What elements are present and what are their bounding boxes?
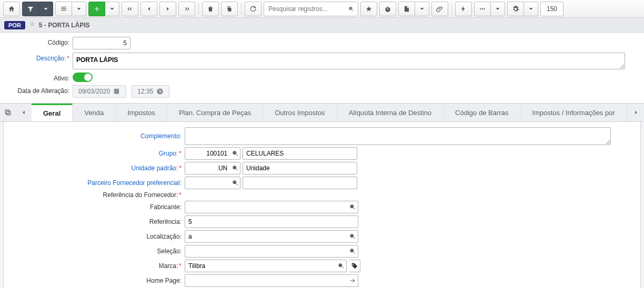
- referencia-label: Referência:: [9, 218, 185, 225]
- tab-venda[interactable]: Venda: [73, 104, 116, 121]
- list-button[interactable]: [55, 2, 72, 16]
- tab-codigo-barras[interactable]: Código de Barras: [444, 104, 520, 121]
- record-title: 5 - PORTA LÁPIS: [39, 22, 90, 29]
- grupo-desc-input[interactable]: [243, 148, 357, 159]
- filter-button[interactable]: [22, 2, 39, 16]
- tabs-scroll-left[interactable]: [16, 104, 32, 121]
- referencia-input[interactable]: [185, 216, 358, 228]
- homepage-input[interactable]: [185, 275, 347, 286]
- selecao-lookup[interactable]: [347, 248, 358, 255]
- marca-label: Marca:*: [9, 262, 185, 270]
- svg-point-2: [484, 8, 485, 9]
- search-icon: [232, 150, 239, 157]
- localizacao-input[interactable]: [185, 231, 347, 242]
- refresh-button[interactable]: [245, 2, 261, 16]
- home-button[interactable]: [3, 2, 20, 16]
- search-box[interactable]: [264, 2, 358, 16]
- tabs-clone[interactable]: [0, 104, 16, 121]
- timer-button[interactable]: [379, 2, 396, 16]
- tab-plan-compra[interactable]: Plan. Compra de Peças: [167, 104, 263, 121]
- clone-icon: [4, 109, 12, 116]
- parceiro-desc-input[interactable]: [243, 177, 357, 189]
- next-button[interactable]: [159, 2, 176, 16]
- bolt-button[interactable]: [455, 2, 472, 16]
- descricao-input[interactable]: [73, 53, 625, 69]
- parceiro-code-input[interactable]: [185, 177, 230, 189]
- complemento-input[interactable]: [185, 127, 611, 145]
- selecao-input[interactable]: [185, 245, 347, 257]
- unidade-desc-input[interactable]: [243, 162, 357, 174]
- list-dropdown[interactable]: [72, 2, 86, 16]
- settings-dropdown[interactable]: [524, 2, 538, 16]
- last-button[interactable]: [178, 2, 195, 16]
- fabricante-input[interactable]: [185, 201, 347, 213]
- tabs-bar: Geral Venda Impostos Plan. Compra de Peç…: [0, 103, 644, 122]
- homepage-label: Home Page:: [9, 277, 185, 284]
- tab-aliquota[interactable]: Alíquota Interna de Destino: [337, 104, 444, 121]
- parceiro-lookup[interactable]: [230, 179, 240, 187]
- codigo-input[interactable]: [73, 37, 130, 49]
- data-alteracao-time: 12:35: [132, 85, 169, 98]
- unidade-label[interactable]: Unidade padrão:*: [9, 164, 185, 172]
- attach-button[interactable]: [431, 2, 448, 16]
- first-button[interactable]: [122, 2, 138, 16]
- tab-impostos[interactable]: Impostos: [116, 104, 167, 121]
- add-dropdown[interactable]: [105, 2, 119, 16]
- angle-left-icon: [145, 5, 153, 13]
- grupo-code-input[interactable]: [185, 148, 230, 159]
- settings-button[interactable]: [507, 2, 524, 16]
- chevron-left-icon: [20, 109, 27, 116]
- svg-point-0: [480, 8, 481, 9]
- refresh-icon: [249, 5, 257, 13]
- list-icon: [60, 5, 67, 13]
- favorite-toggle[interactable]: [28, 20, 36, 29]
- marca-lookup[interactable]: [336, 262, 346, 270]
- homepage-go[interactable]: [347, 277, 358, 284]
- clock-icon: [156, 88, 164, 95]
- ellipsis-icon: [479, 5, 486, 13]
- fabricante-lookup[interactable]: [347, 203, 358, 211]
- search-input[interactable]: [267, 5, 348, 13]
- stopwatch-icon: [384, 5, 391, 13]
- marca-input[interactable]: [185, 260, 336, 272]
- search-icon: [349, 248, 356, 255]
- tab-geral[interactable]: Geral: [32, 104, 73, 121]
- marca-tag[interactable]: [349, 260, 360, 272]
- grupo-lookup[interactable]: [230, 150, 240, 157]
- add-button[interactable]: [88, 2, 105, 16]
- search-icon: [337, 262, 345, 270]
- unidade-lookup[interactable]: [230, 164, 240, 172]
- more-button[interactable]: [474, 2, 491, 16]
- divider: [241, 3, 242, 15]
- export-dropdown[interactable]: [415, 2, 429, 16]
- complemento-label[interactable]: Complemento:: [9, 132, 185, 140]
- chevron-down-icon: [527, 5, 535, 13]
- parceiro-label[interactable]: Parceiro Fornecedor preferencial:: [9, 179, 185, 187]
- more-dropdown[interactable]: [491, 2, 505, 16]
- divider: [198, 3, 199, 15]
- filter-dropdown[interactable]: [39, 2, 53, 16]
- tabs-scroll-right[interactable]: [628, 104, 644, 121]
- localizacao-label: Localização:: [9, 233, 185, 240]
- tab-impostos-info[interactable]: Impostos / Informações por: [520, 104, 627, 121]
- localizacao-lookup[interactable]: [347, 233, 358, 240]
- ativo-label: Ativo:: [7, 73, 73, 82]
- grupo-label[interactable]: Grupo:*: [9, 150, 185, 157]
- chevron-right-icon: [632, 109, 640, 116]
- paperclip-icon: [436, 5, 444, 13]
- tab-outros-impostos[interactable]: Outros Impostos: [263, 104, 337, 121]
- plus-icon: [93, 5, 100, 13]
- copy-button[interactable]: [221, 2, 238, 16]
- unidade-code-input[interactable]: [185, 162, 230, 174]
- chevron-down-icon: [418, 5, 426, 13]
- descricao-label[interactable]: Descrição:*: [7, 53, 73, 62]
- fabricante-label: Fabricante:: [9, 203, 185, 211]
- ativo-toggle[interactable]: [73, 73, 93, 82]
- gear-icon: [512, 5, 519, 13]
- data-alteracao-date: 09/03/2020: [73, 85, 126, 98]
- export-button[interactable]: [398, 2, 415, 16]
- favorite-button[interactable]: [360, 2, 377, 16]
- delete-button[interactable]: [202, 2, 219, 16]
- angle-right-icon: [164, 5, 172, 13]
- prev-button[interactable]: [140, 2, 157, 16]
